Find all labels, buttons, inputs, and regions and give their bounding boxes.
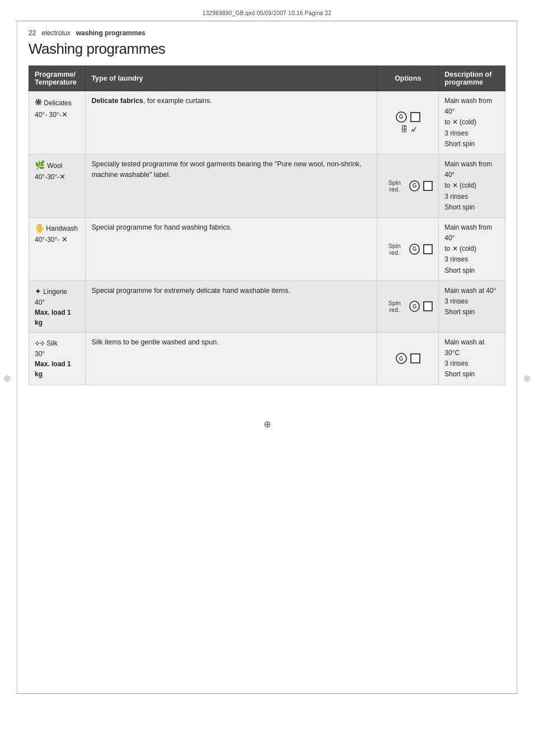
- cell-options-1: G 🗄 𝒹: [377, 91, 439, 155]
- cell-desc-3: Main wash from 40° to ✕ (cold) 3 rinses …: [439, 217, 505, 281]
- prog-name-5: Silk: [46, 339, 57, 347]
- cell-programme-4: ✦ Lingerie 40° Max. load 1 kg: [29, 281, 86, 332]
- prog-temp-4: 40°: [35, 298, 45, 306]
- prog-temp-1: 40°- 30°-: [35, 111, 62, 119]
- file-info: 132969890_GB.qxd 05/09/2007 10.16 Pagina…: [203, 10, 331, 16]
- type-text-3: Special programme for hand washing fabri…: [91, 222, 371, 233]
- table-row: ❋ Delicates 40°- 30°-✕ Delicate fabrics,…: [29, 91, 505, 155]
- desc-text-5: Main wash at 30°C 3 rinses Short spin: [444, 337, 499, 380]
- page-outer: ⊕ ⊕ 132969890_GB.qxd 05/09/2007 10.16 Pa…: [0, 0, 534, 756]
- cell-options-3: Spin red. G: [377, 217, 439, 281]
- cell-desc-1: Main wash from 40° to ✕ (cold) 3 rinses …: [439, 91, 505, 155]
- opt-icon-circle-5: G: [396, 353, 407, 364]
- bottom-reg: ⊕: [29, 419, 505, 441]
- cell-desc-4: Main wash at 40° 3 rinses Short spin: [439, 281, 505, 332]
- page-content: 22 electrolux washing programmes Washing…: [17, 21, 517, 693]
- table-row: 🖐 Handwash 40°-30°- ✕ Special programme …: [29, 217, 505, 281]
- type-text-4: Special programme for extremely delicate…: [91, 286, 371, 296]
- cell-type-3: Special programme for hand washing fabri…: [86, 217, 377, 281]
- desc-text-3: Main wash from 40° to ✕ (cold) 3 rinses …: [444, 222, 499, 276]
- opt-icon-square-2: [423, 181, 433, 191]
- prog-temp-5: 30°: [35, 350, 45, 358]
- opt-row-5: G: [396, 353, 420, 364]
- type-rest-1: , for example curtains.: [143, 97, 212, 105]
- bottom-rule: [17, 693, 517, 694]
- cell-desc-2: Main wash from 40° to ✕ (cold) 3 rinses …: [439, 154, 505, 217]
- brand-name: electrolux: [41, 29, 70, 37]
- opt-row-3: Spin red. G: [383, 242, 433, 256]
- prog-name-1: Delicates: [44, 99, 71, 107]
- cell-type-4: Special programme for extremely delicate…: [86, 281, 377, 332]
- type-label-1: Delicate fabrics: [91, 97, 143, 105]
- prog-cold-1: ✕: [62, 110, 68, 119]
- prog-icon-4: ✦: [35, 287, 41, 296]
- prog-icon-3: 🖐: [35, 223, 44, 232]
- opt-hand-1: 𝒹: [411, 125, 415, 134]
- cell-options-2: Spin red. G: [377, 154, 439, 217]
- cell-desc-5: Main wash at 30°C 3 rinses Short spin: [439, 332, 505, 385]
- page-wrapper: 132969890_GB.qxd 05/09/2007 10.16 Pagina…: [0, 0, 534, 756]
- col-header-type: Type of laundry: [86, 66, 377, 91]
- cell-type-2: Specially tested programme for wool garm…: [86, 154, 377, 217]
- opt-spin-3: Spin red.: [383, 242, 406, 256]
- opt-icon-square-3: [423, 244, 433, 254]
- cell-programme-3: 🖐 Handwash 40°-30°- ✕: [29, 217, 86, 281]
- prog-temp-3: 40°-30°-: [35, 236, 62, 244]
- desc-text-1: Main wash from 40° to ✕ (cold) 3 rinses …: [444, 96, 499, 150]
- page-number: 22: [29, 29, 36, 37]
- cell-type-1: Delicate fabrics, for example curtains.: [86, 91, 377, 155]
- type-text-5: Silk items to be gentle washed and spun.: [91, 337, 371, 348]
- opt-row-1b: 🗄 𝒹: [401, 125, 415, 134]
- desc-text-2: Main wash from 40° to ✕ (cold) 3 rinses …: [444, 159, 499, 213]
- opt-icon-square-4: [423, 301, 433, 311]
- opt-spin-4: Spin red.: [383, 300, 406, 313]
- cell-programme-5: ⟡⟡ Silk 30° Max. load 1 kg: [29, 332, 86, 385]
- wash-table: Programme/Temperature Type of laundry Op…: [29, 66, 505, 385]
- type-text-2: Specially tested programme for wool garm…: [91, 159, 371, 180]
- opt-tub-1: 🗄: [401, 125, 408, 133]
- cell-programme-2: 🌿 Wool 40°-30°-✕: [29, 154, 86, 217]
- col-header-description: Description ofprogramme: [439, 66, 505, 91]
- page-title: Washing programmes: [29, 40, 505, 58]
- prog-icon-1: ❋: [35, 97, 42, 107]
- top-bar: 132969890_GB.qxd 05/09/2007 10.16 Pagina…: [0, 0, 534, 16]
- opt-icon-circle-1: G: [396, 111, 407, 123]
- prog-load-5: Max. load 1 kg: [35, 360, 71, 378]
- cell-type-5: Silk items to be gentle washed and spun.: [86, 332, 377, 385]
- opt-row-4: Spin red. G: [383, 300, 433, 313]
- desc-text-4: Main wash at 40° 3 rinses Short spin: [444, 286, 499, 318]
- prog-load-4: Max. load 1 kg: [35, 309, 71, 326]
- opt-icon-circle-3: G: [409, 244, 420, 255]
- table-row: 🌿 Wool 40°-30°-✕ Specially tested progra…: [29, 154, 505, 217]
- section-name: washing programmes: [76, 29, 146, 37]
- col-header-options: Options: [377, 66, 439, 91]
- table-row: ✦ Lingerie 40° Max. load 1 kg Special pr…: [29, 281, 505, 332]
- col-header-programme: Programme/Temperature: [29, 66, 86, 91]
- opt-row-2: Spin red. G: [383, 179, 433, 193]
- cold-sym-1: ✕: [452, 118, 458, 126]
- table-row: ⟡⟡ Silk 30° Max. load 1 kg Silk items to…: [29, 332, 505, 385]
- brand-line: 22 electrolux washing programmes: [29, 27, 505, 37]
- prog-cold-2: ✕: [59, 172, 65, 181]
- cold-sym-3: ✕: [452, 245, 458, 253]
- prog-name-4: Lingerie: [43, 288, 67, 296]
- prog-name-2: Wool: [47, 162, 62, 170]
- prog-name-3: Handwash: [46, 225, 78, 232]
- opt-icon-square-5: [410, 353, 420, 363]
- cell-options-5: G: [377, 332, 439, 385]
- prog-icon-5: ⟡⟡: [35, 338, 45, 347]
- prog-icon-2: 🌿: [35, 160, 45, 170]
- opt-icon-circle-2: G: [409, 180, 420, 192]
- reg-cross-bottom: ⊕: [264, 419, 271, 429]
- opt-spin-2: Spin red.: [383, 179, 406, 193]
- opt-icon-circle-4: G: [409, 301, 420, 312]
- cell-programme-1: ❋ Delicates 40°- 30°-✕: [29, 91, 86, 155]
- cell-options-4: Spin red. G: [377, 281, 439, 332]
- cold-sym-2: ✕: [452, 181, 458, 189]
- prog-cold-3: ✕: [62, 235, 68, 244]
- prog-temp-2: 40°-30°-: [35, 173, 59, 181]
- opt-icon-square-1: [410, 112, 420, 122]
- opt-row-1a: G: [396, 111, 420, 123]
